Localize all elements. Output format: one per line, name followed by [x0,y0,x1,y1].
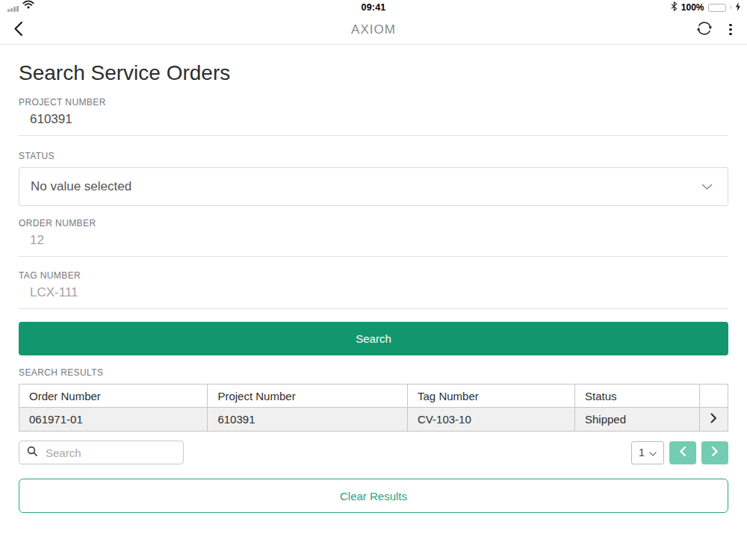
status-dropdown-value: No value selected [31,179,131,194]
cell-status: Shipped [574,408,699,432]
table-filter[interactable] [19,441,184,464]
sync-icon [695,19,714,40]
clear-results-button[interactable]: Clear Results [19,479,728,513]
chevron-down-icon [701,179,713,194]
app-title: AXIOM [0,22,747,37]
project-number-input[interactable] [19,108,728,136]
main-content: Search Service Orders PROJECT NUMBER STA… [0,45,747,513]
row-detail-button[interactable] [700,408,728,432]
overflow-menu-button[interactable] [725,21,737,39]
cell-order-number: 061971-01 [19,408,208,432]
table-controls: 1 [19,441,728,464]
tag-number-input[interactable] [19,281,728,309]
results-header-row: Order Number Project Number Tag Number S… [19,385,728,408]
sync-button[interactable] [692,16,717,43]
kebab-menu-icon [729,24,732,27]
search-icon [27,446,38,460]
table-filter-input[interactable] [44,446,177,460]
header-order-number: Order Number [19,385,208,408]
results-table: Order Number Project Number Tag Number S… [19,384,728,432]
cell-tag-number: CV-103-10 [408,408,575,432]
order-number-input[interactable] [19,228,728,257]
header-detail-column [700,385,728,408]
search-results-label: SEARCH RESULTS [19,367,728,378]
header-project-number: Project Number [208,385,408,408]
tag-number-label: TAG NUMBER [19,270,728,281]
order-number-label: ORDER NUMBER [19,218,728,228]
project-number-label: PROJECT NUMBER [19,97,728,108]
pagination: 1 [631,441,728,464]
status-dropdown[interactable]: No value selected [19,167,728,206]
status-label: STATUS [19,151,728,161]
app-header: AXIOM [0,15,747,45]
prev-page-button[interactable] [669,441,696,464]
table-row[interactable]: 061971-01 610391 CV-103-10 Shipped [19,408,728,432]
page-title: Search Service Orders [19,61,728,85]
next-page-button[interactable] [701,441,728,464]
chevron-right-icon [711,446,719,459]
status-bar: 09:41 100% [0,0,747,15]
search-button[interactable]: Search [19,322,728,355]
status-bar-time: 09:41 [0,2,747,13]
page-select-value: 1 [639,447,645,458]
page-select[interactable]: 1 [631,441,664,464]
battery-icon [708,4,726,12]
chevron-left-icon [679,446,686,459]
page-select-chevron-icon [649,447,657,458]
app-screen: 09:41 100% AXIOM [0,0,747,560]
cell-project-number: 610391 [208,408,408,432]
chevron-right-icon [710,413,717,426]
header-tag-number: Tag Number [408,385,575,408]
header-status: Status [574,385,699,408]
